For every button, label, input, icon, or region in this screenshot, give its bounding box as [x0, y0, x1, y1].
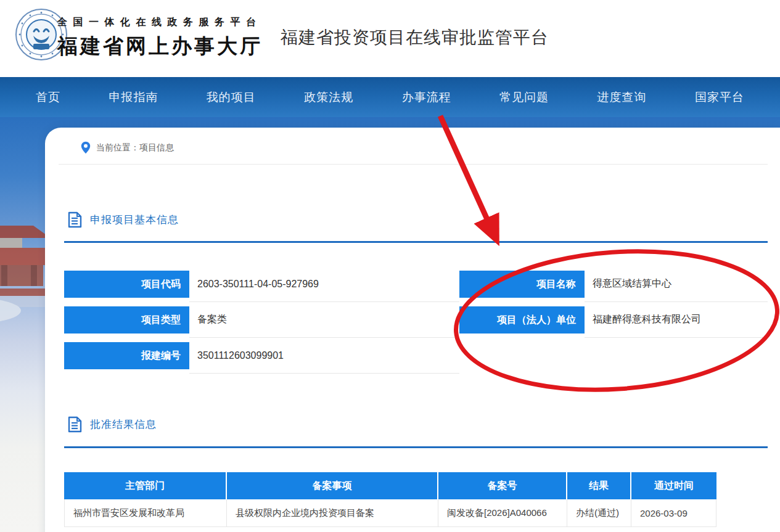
section-approval-title: 批准结果信息 — [90, 417, 157, 432]
breadcrumb-label: 当前位置：项目信息 — [96, 142, 174, 153]
col-header-department: 主管部门 — [64, 472, 227, 499]
page-root: 全国一体化在线政务服务平台 福建省网上办事大厅 福建省投资项目在线审批监管平台 … — [0, 0, 780, 532]
cell-result: 办结(通过) — [567, 499, 631, 527]
section-basic-header: 申报项目基本信息 — [68, 211, 179, 228]
col-header-pass-date: 通过时间 — [631, 472, 716, 499]
document-icon — [68, 211, 82, 228]
col-header-result: 结果 — [567, 472, 631, 499]
cell-department: 福州市晋安区发展和改革局 — [64, 499, 227, 527]
cell-record-item: 县级权限内企业境内投资项目备案 — [227, 499, 438, 527]
nav-item-my-projects[interactable]: 我的项目 — [207, 89, 256, 105]
empty-cell — [585, 338, 768, 374]
section-approval-underline — [64, 446, 768, 448]
table-header-row: 主管部门 备案事项 备案号 结果 通过时间 — [64, 472, 716, 499]
nav-item-home[interactable]: 首页 — [36, 89, 60, 105]
section-basic-underline — [64, 241, 768, 243]
breadcrumb-divider — [59, 164, 768, 165]
field-value-project-code: 2603-350111-04-05-927969 — [189, 266, 459, 302]
approval-result-table: 主管部门 备案事项 备案号 结果 通过时间 福州市晋安区发展和改革局 县级权限内… — [64, 472, 716, 527]
col-header-record-item: 备案事项 — [227, 472, 438, 499]
field-value-project-type: 备案类 — [189, 302, 459, 338]
section-approval-header: 批准结果信息 — [68, 416, 157, 433]
table-row: 福州市晋安区发展和改革局 县级权限内企业境内投资项目备案 闽发改备[2026]A… — [64, 499, 716, 527]
logo-text-block: 全国一体化在线政务服务平台 福建省网上办事大厅 — [57, 16, 263, 60]
empty-cell — [459, 338, 585, 374]
basic-info-table: 项目代码 2603-350111-04-05-927969 项目名称 得意区域结… — [64, 266, 768, 374]
field-label-project-name: 项目名称 — [459, 271, 585, 298]
field-label-project-type: 项目类型 — [64, 306, 189, 334]
document-icon — [68, 416, 82, 433]
field-label-legal-unit: 项目（法人）单位 — [459, 306, 585, 334]
location-pin-icon — [81, 141, 91, 154]
main-nav: 首页 申报指南 我的项目 政策法规 办事流程 常见问题 进度查询 国家平台 — [0, 77, 780, 117]
nav-item-policies[interactable]: 政策法规 — [304, 89, 353, 105]
nav-item-national-platform[interactable]: 国家平台 — [695, 89, 744, 105]
field-label-project-code: 项目代码 — [64, 271, 189, 298]
page-header: 全国一体化在线政务服务平台 福建省网上办事大厅 福建省投资项目在线审批监管平台 — [0, 0, 780, 77]
page-title: 福建省投资项目在线审批监管平台 — [281, 26, 549, 49]
content-card: 当前位置：项目信息 申报项目基本信息 项目代码 2603-350111-04-0… — [45, 128, 780, 532]
field-value-project-name: 得意区域结算中心 — [585, 266, 768, 302]
field-value-legal-unit: 福建醉得意科技有限公司 — [585, 302, 768, 338]
field-label-construction-no: 报建编号 — [64, 342, 189, 369]
col-header-record-no: 备案号 — [438, 472, 567, 499]
nav-item-faq[interactable]: 常见问题 — [499, 89, 549, 105]
field-value-construction-no: 3501112603099901 — [189, 338, 459, 374]
cell-pass-date: 2026-03-09 — [631, 499, 716, 527]
nav-item-declare-guide[interactable]: 申报指南 — [109, 89, 158, 105]
logo-line-fujian-hall: 福建省网上办事大厅 — [57, 33, 263, 60]
nav-item-progress-query[interactable]: 进度查询 — [597, 89, 647, 105]
section-basic-title: 申报项目基本信息 — [90, 213, 179, 227]
nav-item-process[interactable]: 办事流程 — [402, 89, 451, 105]
logo-line-national: 全国一体化在线政务服务平台 — [57, 16, 263, 29]
breadcrumb: 当前位置：项目信息 — [81, 141, 174, 154]
cell-record-no: 闽发改备[2026]A040066 — [438, 499, 567, 527]
